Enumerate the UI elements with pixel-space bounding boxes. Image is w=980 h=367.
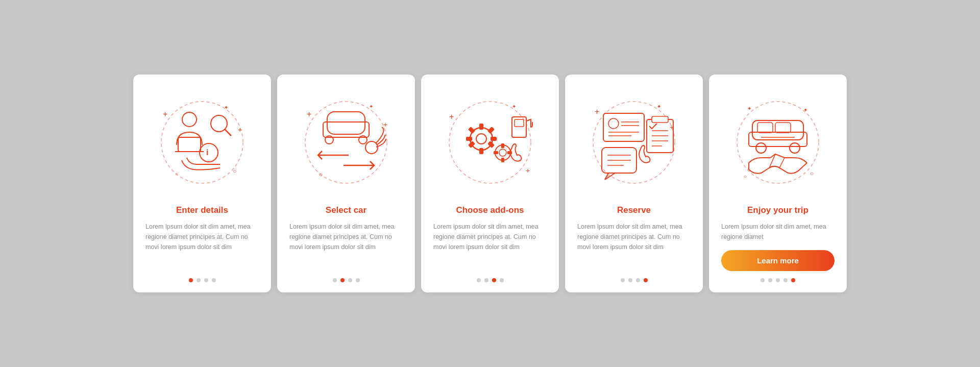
svg-text:✦: ✦ [803, 107, 807, 113]
card-icon-select-car: + + ✦ ○ [292, 89, 400, 196]
svg-point-75 [756, 143, 766, 153]
svg-rect-33 [466, 137, 472, 141]
card-dots-choose-addons [477, 278, 504, 282]
dot-2[interactable] [197, 278, 201, 282]
svg-rect-43 [494, 151, 498, 154]
learn-more-button[interactable]: Learn more [721, 250, 835, 271]
svg-text:+: + [163, 110, 167, 118]
svg-text:i: i [206, 148, 208, 157]
card-body-enjoy-trip: Lorem ipsum dolor sit dim amet, mea regi… [721, 222, 835, 242]
dot-2[interactable] [340, 278, 345, 282]
dot-4[interactable] [644, 278, 648, 282]
card-body-reserve: Lorem ipsum dolor sit dim amet, mea regi… [577, 222, 691, 270]
dot-1[interactable] [189, 278, 193, 282]
dot-1[interactable] [477, 278, 481, 282]
svg-rect-78 [757, 123, 773, 133]
svg-point-76 [790, 143, 800, 153]
svg-rect-35 [468, 127, 475, 134]
card-dots-select-car [333, 278, 360, 282]
svg-rect-46 [514, 119, 524, 127]
svg-line-81 [779, 158, 785, 168]
card-choose-addons: + + ✦ [421, 75, 559, 292]
dot-4[interactable] [500, 278, 504, 282]
dot-1[interactable] [333, 278, 337, 282]
svg-rect-31 [479, 124, 483, 130]
svg-text:✦: ✦ [224, 105, 228, 110]
card-body-select-car: Lorem ipsum dolor sit dim amet, mea regi… [289, 222, 403, 270]
dot-3[interactable] [776, 278, 780, 282]
svg-text:✦: ✦ [657, 104, 661, 109]
card-title-reserve: Reserve [617, 205, 651, 215]
dot-3[interactable] [636, 278, 640, 282]
card-title-select-car: Select car [326, 205, 366, 215]
svg-text:○: ○ [744, 174, 747, 179]
dot-3[interactable] [348, 278, 352, 282]
dot-5[interactable] [791, 278, 795, 282]
svg-rect-44 [507, 151, 512, 154]
card-enter-details: + + ✦ ○ ○ i Enter [133, 75, 271, 292]
card-body-choose-addons: Lorem ipsum dolor sit dim amet, mea regi… [433, 222, 547, 270]
svg-text:+: + [238, 126, 242, 134]
card-dots-enter-details [189, 278, 216, 282]
dot-2[interactable] [768, 278, 772, 282]
card-dots-reserve [621, 278, 648, 282]
dot-1[interactable] [761, 278, 765, 282]
card-title-choose-addons: Choose add-ons [456, 205, 524, 215]
svg-text:✦: ✦ [369, 104, 373, 109]
svg-point-11 [200, 143, 218, 162]
card-reserve: + + ✦ ○ [565, 75, 703, 292]
svg-point-40 [499, 149, 506, 156]
svg-text:○: ○ [810, 170, 814, 177]
svg-text:+: + [595, 107, 599, 116]
svg-text:○: ○ [175, 171, 178, 177]
card-enjoy-trip: ✦ ✦ ○ ○ Enjoy your trip Lorem [709, 75, 847, 292]
svg-text:+: + [383, 120, 387, 129]
svg-text:+: + [307, 110, 311, 118]
dot-3[interactable] [204, 278, 208, 282]
dot-4[interactable] [783, 278, 788, 282]
card-select-car: + + ✦ ○ Select car Lo [277, 75, 415, 292]
svg-point-6 [182, 112, 197, 127]
dot-2[interactable] [628, 278, 632, 282]
svg-point-53 [608, 118, 619, 129]
dot-2[interactable] [484, 278, 488, 282]
card-dots-enjoy-trip [761, 278, 795, 282]
card-icon-reserve: + + ✦ ○ [580, 89, 688, 196]
svg-rect-79 [775, 123, 791, 133]
svg-line-10 [225, 129, 231, 136]
svg-rect-19 [323, 122, 369, 137]
svg-rect-32 [479, 148, 483, 154]
svg-text:○: ○ [233, 167, 236, 175]
svg-rect-63 [652, 116, 668, 123]
dot-4[interactable] [356, 278, 360, 282]
svg-point-30 [476, 134, 486, 144]
svg-rect-36 [487, 127, 495, 134]
dot-1[interactable] [621, 278, 625, 282]
svg-rect-7 [178, 137, 201, 152]
svg-text:○: ○ [319, 171, 323, 178]
svg-text:✦: ✦ [512, 104, 516, 109]
card-title-enjoy-trip: Enjoy your trip [747, 205, 808, 215]
svg-text:+: + [526, 166, 530, 175]
svg-rect-41 [501, 143, 504, 148]
card-icon-choose-addons: + + ✦ [436, 89, 544, 196]
card-icon-enter-details: + + ✦ ○ ○ i [149, 89, 256, 196]
svg-text:+: + [449, 112, 454, 121]
card-body-enter-details: Lorem ipsum dolor sit dim amet, mea regi… [145, 222, 259, 270]
svg-text:✦: ✦ [747, 106, 751, 111]
card-icon-enjoy-trip: ✦ ✦ ○ ○ [724, 89, 831, 196]
card-title-enter-details: Enter details [176, 205, 228, 215]
dot-4[interactable] [212, 278, 216, 282]
svg-rect-52 [603, 113, 644, 141]
svg-rect-34 [491, 137, 497, 141]
svg-rect-42 [501, 158, 504, 162]
svg-rect-18 [327, 112, 365, 134]
dot-3[interactable] [492, 278, 496, 282]
cards-container: + + ✦ ○ ○ i Enter [133, 75, 847, 292]
